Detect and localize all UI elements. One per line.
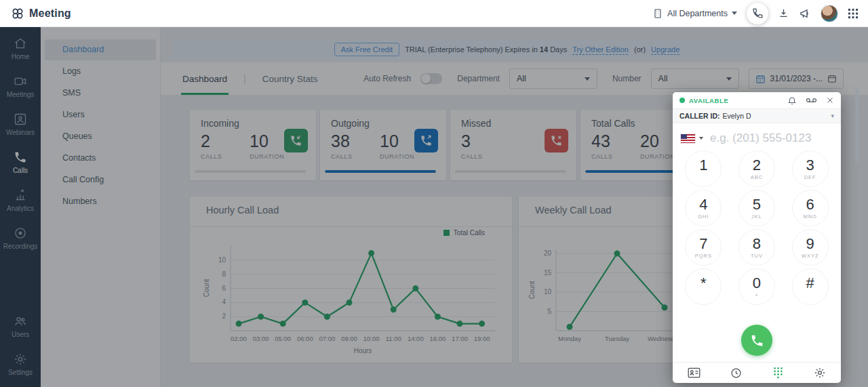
auto-refresh-toggle[interactable] bbox=[420, 73, 442, 84]
country-dropdown-caret[interactable] bbox=[699, 137, 703, 140]
svg-text:06:00: 06:00 bbox=[297, 335, 313, 342]
dialpad-key-6[interactable]: 6MNO bbox=[792, 190, 829, 226]
outgoing-stat-card: Outgoing 38 CALLS 10 DURATION bbox=[320, 110, 446, 180]
recordings-icon bbox=[14, 226, 27, 240]
download-icon[interactable] bbox=[778, 7, 789, 19]
number-label: Number bbox=[612, 74, 642, 83]
home-icon bbox=[14, 37, 27, 50]
sidebar-item-dashboard[interactable]: Dashboard bbox=[45, 39, 156, 60]
sidebar-item-queues[interactable]: Queues bbox=[45, 126, 156, 147]
svg-text:10: 10 bbox=[218, 256, 226, 264]
sidebar-item-numbers[interactable]: Numbers bbox=[45, 191, 156, 212]
missed-progress-bar bbox=[455, 170, 566, 173]
calls-sidebar: Dashboard Logs SMS Users Queues Contacts… bbox=[41, 27, 161, 387]
phone-number-row bbox=[673, 123, 841, 153]
dialpad-key-8[interactable]: 8TUV bbox=[738, 229, 775, 266]
rail-item-calls[interactable]: Calls bbox=[0, 150, 41, 174]
legend-swatch bbox=[443, 230, 450, 236]
user-avatar[interactable] bbox=[821, 5, 838, 22]
dialer-toggle-button[interactable] bbox=[747, 3, 768, 24]
rail-item-users[interactable]: Users bbox=[0, 314, 41, 338]
dialpad-key-3[interactable]: 3DEF bbox=[792, 150, 829, 187]
sidebar-item-call-config[interactable]: Call Config bbox=[45, 169, 156, 190]
dialpad-key-hash[interactable]: # bbox=[792, 268, 829, 305]
svg-text:Monday: Monday bbox=[558, 335, 581, 342]
app-logo[interactable]: Meeting bbox=[0, 7, 71, 20]
svg-text:6: 6 bbox=[222, 285, 226, 292]
dialpad-icon[interactable] bbox=[757, 367, 799, 379]
sidebar-item-logs[interactable]: Logs bbox=[45, 61, 156, 82]
chevron-down-icon: ▾ bbox=[831, 113, 834, 119]
svg-text:Hours: Hours bbox=[354, 347, 372, 354]
outgoing-calls-count: 38 bbox=[331, 131, 350, 151]
tab-country-stats[interactable]: Country Stats bbox=[261, 62, 319, 95]
svg-text:19:00: 19:00 bbox=[474, 335, 490, 342]
dialer-settings-gear-icon[interactable] bbox=[799, 367, 841, 379]
department-selector[interactable]: All Departments bbox=[652, 8, 737, 19]
dialpad-key-star[interactable]: * bbox=[685, 268, 722, 305]
rail-item-meetings[interactable]: Meetings bbox=[0, 75, 41, 98]
outgoing-call-icon bbox=[414, 129, 438, 152]
department-select[interactable]: All bbox=[509, 68, 597, 89]
close-icon[interactable] bbox=[826, 96, 834, 104]
country-flag-us[interactable] bbox=[681, 134, 695, 143]
svg-text:17:00: 17:00 bbox=[452, 335, 468, 342]
availability-status: AVAILABLE bbox=[689, 97, 728, 104]
svg-text:07:00: 07:00 bbox=[319, 335, 336, 342]
number-select[interactable]: All bbox=[651, 68, 739, 89]
phone-icon bbox=[750, 333, 764, 348]
phone-icon bbox=[752, 7, 764, 19]
sidebar-item-sms[interactable]: SMS bbox=[45, 83, 156, 104]
contact-card-icon[interactable] bbox=[673, 367, 715, 378]
svg-text:05:00: 05:00 bbox=[275, 335, 291, 342]
topbar: Meeting All Departments bbox=[0, 0, 868, 27]
call-button[interactable] bbox=[741, 325, 772, 356]
webinars-icon bbox=[14, 113, 27, 126]
incoming-calls-count: 2 bbox=[201, 131, 210, 151]
rail-item-settings[interactable]: Settings bbox=[0, 352, 41, 376]
rail-item-recordings[interactable]: Recordings bbox=[0, 226, 41, 250]
chart-legend: Total Calls bbox=[443, 229, 485, 237]
missed-calls-count: 3 bbox=[461, 131, 471, 151]
call-history-clock-icon[interactable] bbox=[715, 367, 757, 379]
analytics-icon bbox=[14, 188, 27, 202]
sidebar-item-contacts[interactable]: Contacts bbox=[45, 148, 156, 169]
dialpad-key-4[interactable]: 4GHI bbox=[685, 190, 722, 226]
ask-free-credit-button[interactable]: Ask Free Credit bbox=[334, 43, 399, 56]
bell-icon[interactable] bbox=[787, 96, 797, 105]
app-title: Meeting bbox=[29, 7, 71, 20]
incoming-progress-bar bbox=[195, 170, 306, 173]
voicemail-icon[interactable] bbox=[806, 96, 817, 105]
apps-grid-icon[interactable] bbox=[848, 8, 859, 19]
dialpad-key-2[interactable]: 2ABC bbox=[738, 150, 775, 187]
rail-item-webinars[interactable]: Webinars bbox=[0, 113, 41, 136]
date-range-picker[interactable]: 31/01/2023 -... bbox=[749, 68, 844, 89]
phone-number-input[interactable] bbox=[710, 131, 833, 145]
tab-dashboard[interactable]: Dashboard bbox=[181, 62, 229, 95]
sidebar-item-users[interactable]: Users bbox=[45, 104, 156, 125]
auto-refresh-label: Auto Refresh bbox=[363, 74, 411, 83]
svg-text:8: 8 bbox=[222, 270, 226, 278]
nav-rail: Home Meetings Webinars Calls Analytics R… bbox=[0, 27, 41, 387]
outgoing-progress-bar bbox=[325, 170, 436, 173]
svg-text:Tuesday: Tuesday bbox=[605, 335, 629, 342]
announcements-megaphone-icon[interactable] bbox=[799, 7, 811, 20]
users-icon bbox=[14, 314, 27, 328]
dialpad-key-9[interactable]: 9WXYZ bbox=[792, 229, 829, 266]
rail-item-analytics[interactable]: Analytics bbox=[0, 188, 41, 212]
upgrade-link[interactable]: Upgrade bbox=[651, 45, 679, 54]
dialpad-key-5[interactable]: 5JKL bbox=[738, 190, 775, 226]
try-other-edition-link[interactable]: Try Other Edition bbox=[572, 45, 629, 54]
vertical-scrollbar[interactable] bbox=[855, 87, 859, 163]
missed-stat-card: Missed 3 CALLS bbox=[450, 110, 576, 180]
dialpad-key-0[interactable]: 0+ bbox=[738, 268, 775, 305]
chevron-down-icon bbox=[726, 77, 732, 81]
meetings-camera-icon bbox=[14, 75, 27, 88]
svg-text:15: 15 bbox=[544, 269, 552, 277]
dialpad-key-7[interactable]: 7PQRS bbox=[685, 229, 722, 266]
missed-call-icon bbox=[545, 129, 568, 152]
trial-banner: Ask Free Credit TRIAL (Enterprise Teleph… bbox=[173, 39, 841, 60]
dialpad-key-1[interactable]: 1 bbox=[685, 150, 722, 187]
caller-id-selector[interactable]: CALLER ID: Evelyn D ▾ bbox=[673, 108, 841, 123]
rail-item-home[interactable]: Home bbox=[0, 37, 41, 60]
